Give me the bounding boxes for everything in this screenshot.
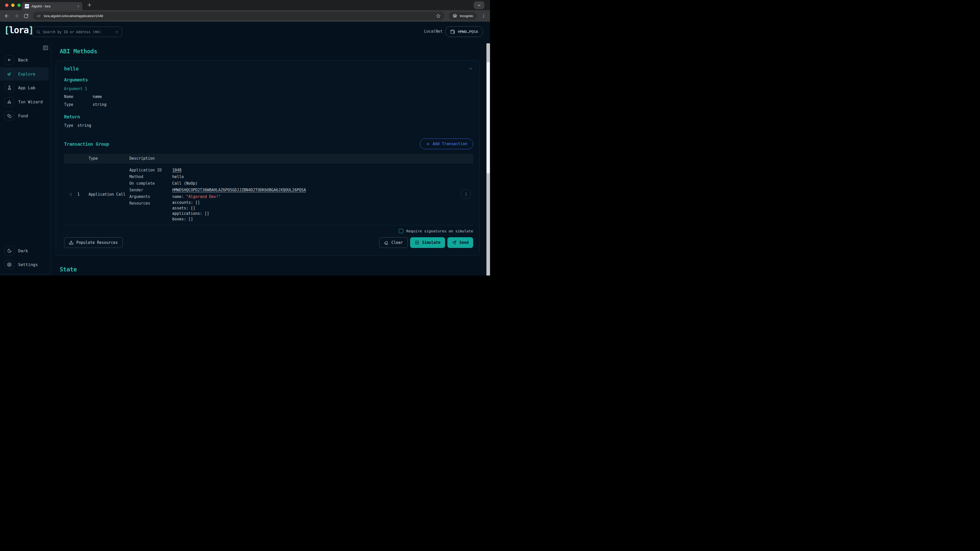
chevron-down-icon [477,3,481,7]
play-square-icon [415,240,419,245]
return-type-label: Type [64,123,73,128]
bookmark-star-icon[interactable] [436,14,441,18]
argument-name-row: Name name [64,94,473,99]
sidebar: Back Explore App Lab Txn Wizard Fund Dar [0,41,51,275]
description-column-header: Description [129,156,473,161]
transaction-actions: Populate Resources Clear Simulate [64,237,473,248]
type-column-header: Type [89,156,129,161]
transaction-description: Application ID 1048 Method hello On comp… [129,167,473,222]
transaction-index: 1 [77,192,89,197]
sender-field: Sender HMWDSHQCOPD2T36WBAHLAZ6PO5GDJJZBN… [129,187,473,193]
application-id-link[interactable]: 1048 [172,167,181,173]
incognito-icon [452,14,457,18]
transaction-group-heading: Transaction Group [64,141,109,147]
resources-boxes: boxes: [] [172,217,209,222]
wallet-icon [450,29,455,34]
global-search[interactable] [33,27,122,37]
new-tab-button[interactable] [87,2,92,8]
wizard-hat-icon [7,100,12,104]
plus-icon [426,142,430,146]
search-icon [36,30,40,34]
resources-accounts: accounts: [] [172,200,209,206]
return-heading: Return [64,114,473,119]
sidebar-item-settings[interactable]: Settings [0,258,49,271]
site-settings-icon[interactable] [37,14,41,18]
sidebar-item-txn-wizard[interactable]: Txn Wizard [0,95,49,108]
argument-name-value: name [93,94,102,99]
on-complete-field: On complete Call (NoOp) [129,180,473,187]
sidebar-item-theme-toggle[interactable]: Dark [0,244,49,257]
browser-menu-button[interactable] [481,14,486,18]
browser-tab[interactable]: [ak] AlgoKit - lora [22,2,83,10]
wallet-button[interactable]: HMWD…PQSA [445,26,483,37]
lora-logo[interactable]: [lora] [4,25,33,35]
browser-toolbar: lora.algokit.io/localnet/application/104… [0,10,490,22]
coins-icon [7,114,12,118]
sidebar-item-fund[interactable]: Fund [0,109,49,122]
sidebar-item-app-lab[interactable]: App Lab [0,81,49,94]
transaction-type: Application Call [89,192,129,197]
sidebar-item-explore[interactable]: Explore [0,67,49,81]
add-transaction-button[interactable]: Add Transaction [420,138,473,149]
argument-string-value: "Algorand Dev!" [186,194,221,199]
gear-icon [7,262,12,267]
transaction-table: Type Description 1 Application Call [64,154,473,225]
address-bar[interactable]: lora.algokit.io/localnet/application/104… [33,12,444,20]
search-input[interactable] [43,30,112,34]
argument-name-label: Name [64,94,93,99]
tab-title: AlgoKit - lora [32,4,74,8]
minimize-window-button[interactable] [11,3,14,7]
clear-search-icon[interactable] [115,30,118,34]
populate-resources-button[interactable]: Populate Resources [64,237,123,248]
sidebar-item-label: Back [18,58,28,62]
arguments-field: Arguments name: "Algorand Dev!" [129,193,473,200]
logo-bracket: [ [4,25,9,35]
page-scrollbar[interactable] [487,43,490,275]
reload-button[interactable] [24,14,29,19]
sidebar-item-label: App Lab [18,86,35,90]
collapse-method-button[interactable] [468,66,473,71]
state-title: State [60,266,480,273]
transaction-table-header: Type Description [64,154,473,163]
tab-close-icon[interactable] [76,5,80,8]
sidebar-collapse-button[interactable] [43,45,48,51]
argument-group-label: Argument 1 [64,86,473,91]
moon-icon [7,248,12,253]
close-window-button[interactable] [5,3,8,7]
sidebar-item-back[interactable]: Back [0,53,49,67]
return-type-value: string [77,123,91,128]
argument-type-value: string [93,102,107,107]
require-signatures-checkbox[interactable] [399,229,403,233]
resources-field: Resources accounts: [] assets: [] applic… [129,200,473,222]
drag-handle-icon[interactable] [69,192,73,197]
transaction-row[interactable]: 1 Application Call Application ID 1048 M… [64,163,473,225]
eraser-icon [384,241,388,245]
simulate-button[interactable]: Simulate [410,237,445,248]
resources-assets: assets: [] [172,206,209,211]
wallet-address-short: HMWD…PQSA [458,30,478,34]
sidebar-item-label: Fund [18,114,28,118]
panel-collapse-icon [43,45,48,51]
browser-tabstrip: [ak] AlgoKit - lora [0,0,490,10]
arrow-left-icon [7,58,12,62]
sender-address-link[interactable]: HMWDSHQCOPD2T36WBAHLAZ6PO5GDJJZBN4D2TODK… [172,187,306,193]
method-name: hello [64,66,79,71]
clear-button[interactable]: Clear [379,237,407,248]
row-menu-button[interactable] [461,189,471,199]
kebab-menu-icon [464,192,468,196]
network-label[interactable]: LocalNet [424,29,442,34]
argument-type-label: Type [64,102,93,107]
method-card-header[interactable]: hello [64,64,473,73]
tab-search-button[interactable] [474,1,484,9]
page-title: ABI Methods [60,48,480,55]
zoom-window-button[interactable] [18,3,21,7]
forward-button[interactable] [14,13,19,19]
send-icon [452,240,457,245]
send-button[interactable]: Send [447,237,473,248]
url-text[interactable]: lora.algokit.io/localnet/application/104… [44,14,433,18]
download-icon [69,240,73,245]
scrollbar-thumb[interactable] [487,62,490,173]
lora-app: [lora] LocalNet HMWD…PQSA Back [0,22,490,275]
tab-favicon: [ak] [25,4,29,8]
back-button[interactable] [4,13,10,19]
